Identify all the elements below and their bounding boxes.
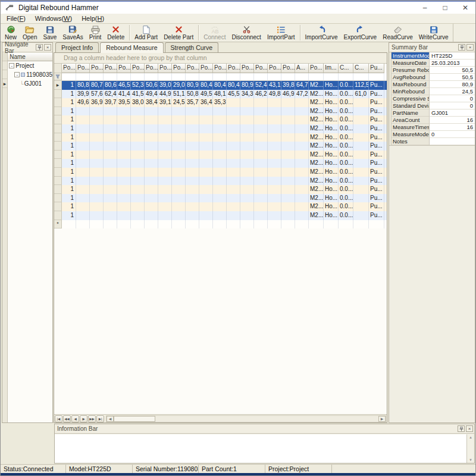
grid-cell[interactable]: 1 bbox=[62, 124, 76, 133]
grid-cell[interactable]: 80,9 bbox=[240, 81, 254, 90]
grid-cell[interactable] bbox=[199, 151, 213, 159]
grid-cell[interactable] bbox=[145, 142, 158, 151]
grid-cell[interactable] bbox=[254, 142, 268, 151]
grid-cell[interactable] bbox=[281, 142, 295, 151]
grid-cell[interactable] bbox=[186, 159, 199, 168]
grid-cell[interactable] bbox=[186, 107, 199, 116]
close-icon[interactable]: × bbox=[466, 44, 474, 51]
grid-cell[interactable] bbox=[172, 202, 186, 211]
grid-cell[interactable] bbox=[131, 133, 145, 142]
open-button[interactable]: Open bbox=[20, 24, 40, 42]
grid-cell[interactable]: 1 bbox=[62, 159, 76, 168]
filter-cell[interactable] bbox=[117, 73, 131, 80]
grid-cell[interactable]: 112,5 bbox=[353, 81, 369, 90]
saveas-button[interactable]: SaveAs bbox=[60, 24, 86, 42]
grid-cell[interactable]: 1 bbox=[62, 142, 76, 151]
grid-cell[interactable] bbox=[76, 211, 90, 220]
grid-cell[interactable]: 49,6 bbox=[76, 98, 90, 107]
column-header[interactable]: Po... bbox=[117, 64, 131, 73]
filter-cell[interactable] bbox=[324, 73, 339, 80]
grid-cell[interactable] bbox=[281, 185, 295, 194]
grid-cell[interactable] bbox=[227, 142, 240, 151]
grid-cell[interactable] bbox=[199, 202, 213, 211]
summary-field-label[interactable]: Compressive Stre bbox=[392, 95, 430, 102]
grid-cell[interactable]: 0.0... bbox=[339, 168, 353, 177]
grid-cell[interactable] bbox=[353, 202, 369, 211]
grid-cell[interactable] bbox=[295, 107, 309, 116]
grid-cell[interactable]: M2... bbox=[309, 194, 324, 203]
grid-cell[interactable] bbox=[158, 194, 172, 203]
grid-cell[interactable] bbox=[104, 220, 117, 229]
grid-cell[interactable]: 80,4 bbox=[199, 81, 213, 90]
grid-cell[interactable] bbox=[281, 98, 295, 107]
horizontal-scrollbar[interactable]: ◀ ▶ bbox=[106, 415, 386, 422]
tab-strength-curve[interactable]: Strength Curve bbox=[165, 42, 219, 52]
grid-cell[interactable] bbox=[353, 133, 369, 142]
save-button[interactable]: Save bbox=[40, 24, 60, 42]
grid-cell[interactable] bbox=[240, 159, 254, 168]
grid-cell[interactable] bbox=[172, 107, 186, 116]
summary-field-value[interactable]: 16 bbox=[430, 124, 475, 131]
grid-cell[interactable]: 44,9 bbox=[158, 90, 172, 99]
grid-cell[interactable]: 43,1 bbox=[268, 81, 281, 90]
grid-cell[interactable]: 49,8 bbox=[268, 90, 281, 99]
grid-cell[interactable] bbox=[117, 168, 131, 177]
grid-cell[interactable] bbox=[90, 115, 104, 124]
grid-cell[interactable]: M2... bbox=[309, 202, 324, 211]
column-header[interactable]: Po... bbox=[172, 64, 186, 73]
grid-cell[interactable] bbox=[117, 115, 131, 124]
pager-button[interactable]: ▶▶ bbox=[88, 415, 96, 422]
grid-cell[interactable]: 80,9 bbox=[186, 81, 199, 90]
grid-cell[interactable] bbox=[158, 107, 172, 116]
print-button[interactable]: Print bbox=[86, 24, 105, 42]
grid-cell[interactable]: 1 bbox=[62, 211, 76, 220]
grid-cell[interactable]: 57,6 bbox=[90, 90, 104, 99]
grid-cell[interactable] bbox=[158, 142, 172, 151]
row-indicator[interactable] bbox=[54, 194, 62, 203]
grid-cell[interactable]: 1 bbox=[62, 185, 76, 194]
grid-cell[interactable]: 47,2 bbox=[295, 90, 309, 99]
grid-cell[interactable] bbox=[268, 211, 281, 220]
grid-cell[interactable] bbox=[254, 107, 268, 116]
filter-cell[interactable] bbox=[104, 73, 117, 80]
grid-cell[interactable]: Ho... bbox=[324, 133, 339, 142]
grid-cell[interactable] bbox=[90, 168, 104, 177]
grid-cell[interactable] bbox=[145, 115, 158, 124]
grid-cell[interactable]: M2... bbox=[309, 211, 324, 220]
grid-cell[interactable] bbox=[76, 107, 90, 116]
grid-cell[interactable] bbox=[104, 211, 117, 220]
summary-field-label[interactable]: MeasureDate bbox=[392, 60, 430, 67]
summary-field-value[interactable]: GJ001 bbox=[430, 109, 475, 117]
summary-field-label[interactable]: Standard Deviatio bbox=[392, 102, 430, 109]
grid-cell[interactable] bbox=[76, 115, 90, 124]
grid-cell[interactable] bbox=[131, 168, 145, 177]
row-indicator[interactable] bbox=[54, 202, 62, 211]
row-indicator[interactable] bbox=[54, 159, 62, 168]
grid-cell[interactable] bbox=[309, 220, 324, 229]
grid-cell[interactable] bbox=[158, 133, 172, 142]
grid-cell[interactable] bbox=[90, 133, 104, 142]
grid-cell[interactable] bbox=[254, 185, 268, 194]
grid-cell[interactable]: 38,0 bbox=[131, 98, 145, 107]
tab-project-info[interactable]: Project Info bbox=[55, 42, 99, 52]
grid-cell[interactable]: 1 bbox=[62, 98, 76, 107]
filter-cell[interactable] bbox=[145, 73, 158, 80]
grid-cell[interactable] bbox=[240, 194, 254, 203]
new-row[interactable]: * bbox=[54, 220, 387, 229]
grid-cell[interactable]: 1 bbox=[62, 115, 76, 124]
grid-cell[interactable] bbox=[158, 124, 172, 133]
grid-cell[interactable] bbox=[353, 115, 369, 124]
grid-cell[interactable]: M2... bbox=[309, 142, 324, 151]
grid-cell[interactable] bbox=[186, 115, 199, 124]
grid-cell[interactable] bbox=[76, 194, 90, 203]
grid-cell[interactable]: 0.0... bbox=[339, 133, 353, 142]
grid-cell[interactable] bbox=[117, 159, 131, 168]
grid-cell[interactable] bbox=[268, 159, 281, 168]
grid-cell[interactable]: 1 bbox=[62, 90, 76, 99]
grid-cell[interactable] bbox=[104, 168, 117, 177]
grid-cell[interactable] bbox=[76, 142, 90, 151]
grid-cell[interactable] bbox=[281, 159, 295, 168]
grid-cell[interactable] bbox=[268, 98, 281, 107]
grid-cell[interactable] bbox=[117, 211, 131, 220]
grid-cell[interactable] bbox=[213, 168, 227, 177]
